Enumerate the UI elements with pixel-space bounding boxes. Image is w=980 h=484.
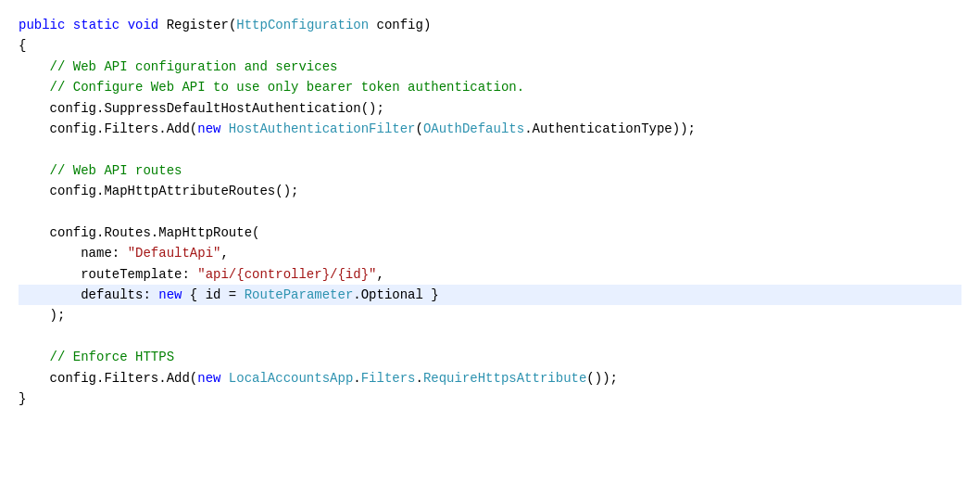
code-token-plain: .AuthenticationType)); bbox=[524, 121, 696, 136]
code-line: name: "DefaultApi", bbox=[19, 243, 961, 263]
code-token-plain: ( bbox=[416, 121, 423, 136]
code-line: // Web API routes bbox=[19, 160, 961, 181]
code-token-kw: static bbox=[73, 18, 119, 32]
code-token-plain: config) bbox=[369, 18, 431, 32]
code-line: config.Filters.Add(new LocalAccountsApp.… bbox=[19, 368, 961, 388]
code-token-plain: config.MapHttpAttributeRoutes(); bbox=[19, 184, 298, 198]
code-token-tp: RouteParameter bbox=[245, 287, 354, 302]
code-token-str: "DefaultApi" bbox=[128, 246, 221, 261]
code-line bbox=[19, 139, 961, 159]
code-token-kw: public bbox=[19, 18, 65, 32]
code-token-plain bbox=[19, 59, 50, 74]
code-line bbox=[19, 202, 961, 223]
code-token-plain: , bbox=[376, 267, 383, 282]
code-token-cm: // Enforce HTTPS bbox=[50, 350, 174, 364]
code-line: config.Routes.MapHttpRoute( bbox=[19, 223, 961, 243]
code-editor: public static void Register(HttpConfigur… bbox=[0, 0, 980, 484]
code-token-cm: // Web API routes bbox=[50, 163, 182, 178]
code-token-kw: new bbox=[158, 287, 182, 302]
code-token-plain: config.Filters.Add( bbox=[19, 121, 197, 136]
code-token-tp: HttpConfiguration bbox=[236, 18, 369, 32]
code-token-plain bbox=[220, 121, 228, 136]
code-token-plain: { id = bbox=[182, 287, 244, 302]
code-token-plain: routeTemplate: bbox=[19, 267, 197, 282]
code-line: public static void Register(HttpConfigur… bbox=[19, 15, 961, 35]
code-line: // Web API configuration and services bbox=[19, 57, 961, 77]
code-token-plain: ()); bbox=[586, 371, 618, 386]
code-token-plain: Register( bbox=[158, 18, 236, 32]
code-line: config.MapHttpAttributeRoutes(); bbox=[19, 181, 961, 201]
code-token-plain: config.Filters.Add( bbox=[19, 371, 197, 386]
code-line: { bbox=[19, 35, 961, 56]
code-line: } bbox=[19, 388, 961, 409]
code-token-plain bbox=[19, 80, 50, 95]
code-token-plain: } bbox=[19, 391, 26, 406]
code-line: // Configure Web API to use only bearer … bbox=[19, 77, 961, 97]
code-line: // Enforce HTTPS bbox=[19, 347, 961, 367]
code-token-plain: defaults: bbox=[19, 287, 158, 302]
code-line: routeTemplate: "api/{controller}/{id}", bbox=[19, 264, 961, 285]
code-token-kw: void bbox=[128, 18, 159, 32]
code-token-plain: . bbox=[416, 371, 423, 386]
code-token-plain: .Optional } bbox=[353, 287, 438, 302]
code-token-plain bbox=[19, 350, 50, 364]
code-token-plain bbox=[220, 371, 228, 386]
code-token-plain bbox=[119, 18, 127, 32]
code-token-plain: config.SuppressDefaultHostAuthentication… bbox=[19, 101, 384, 116]
code-token-tp: Filters bbox=[361, 371, 416, 386]
code-token-cm: // Web API configuration and services bbox=[50, 59, 338, 74]
code-token-plain bbox=[19, 163, 50, 178]
code-token-plain: , bbox=[220, 246, 228, 261]
code-token-str: "api/{controller}/{id}" bbox=[197, 267, 376, 282]
code-line: config.SuppressDefaultHostAuthentication… bbox=[19, 98, 961, 119]
code-line: config.Filters.Add(new HostAuthenticatio… bbox=[19, 119, 961, 139]
code-token-kw: new bbox=[197, 121, 220, 136]
code-token-plain bbox=[65, 18, 72, 32]
code-token-plain: { bbox=[19, 38, 26, 53]
code-line: ); bbox=[19, 305, 961, 325]
code-token-plain: name: bbox=[19, 246, 128, 261]
code-line bbox=[19, 326, 961, 347]
code-token-tp: LocalAccountsApp bbox=[229, 371, 353, 386]
code-line: defaults: new { id = RouteParameter.Opti… bbox=[19, 285, 961, 305]
code-token-plain: . bbox=[353, 371, 360, 386]
code-token-tp: OAuthDefaults bbox=[423, 121, 524, 136]
code-token-kw: new bbox=[197, 371, 220, 386]
code-token-tp: HostAuthenticationFilter bbox=[229, 121, 416, 136]
code-token-cm: // Configure Web API to use only bearer … bbox=[50, 80, 524, 95]
code-token-tp: RequireHttpsAttribute bbox=[423, 371, 586, 386]
code-token-plain: ); bbox=[19, 308, 65, 323]
code-token-plain: config.Routes.MapHttpRoute( bbox=[19, 225, 259, 240]
